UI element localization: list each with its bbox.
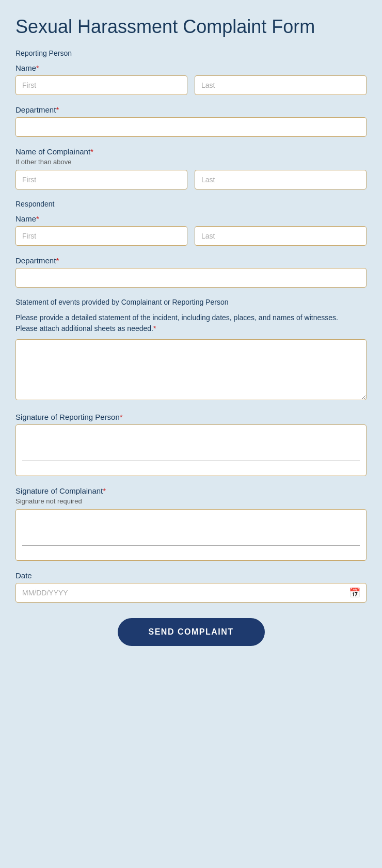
respondent-dept-required-star: * [56, 256, 59, 265]
reporting-person-section-label: Reporting Person [15, 49, 367, 57]
respondent-department-input[interactable] [15, 268, 367, 288]
respondent-last-name-input[interactable] [195, 226, 367, 246]
complainant-name-row [15, 170, 367, 190]
signature-not-required-label: Signature not required [15, 497, 367, 505]
respondent-name-group: Name* [15, 214, 367, 246]
complainant-first-name-input[interactable] [15, 170, 187, 190]
respondent-department-label: Department* [15, 256, 367, 265]
date-label: Date [15, 571, 367, 580]
signature-reporting-line [22, 461, 360, 461]
complainant-name-group: Name of Complainant* If other than above [15, 147, 367, 190]
respondent-department-group: Department* [15, 256, 367, 288]
date-wrapper: 📅 [15, 583, 367, 603]
reporting-department-input[interactable] [15, 117, 367, 137]
page-title: Sexual Harassment Complaint Form [15, 15, 367, 38]
name-required-star: * [36, 64, 39, 72]
reporting-department-group: Department* [15, 105, 367, 137]
statement-textarea[interactable] [15, 339, 367, 400]
name-row [15, 75, 367, 95]
respondent-name-row [15, 226, 367, 246]
statement-required-star: * [153, 324, 156, 333]
sig-reporting-required-star: * [120, 413, 123, 421]
date-group: Date 📅 [15, 571, 367, 603]
signature-reporting-label: Signature of Reporting Person* [15, 413, 367, 421]
statement-section-label: Statement of events provided by Complain… [15, 298, 367, 306]
name-label: Name* [15, 64, 367, 72]
signature-complainant-group: Signature of Complainant* Signature not … [15, 486, 367, 561]
complainant-last-name-input[interactable] [195, 170, 367, 190]
respondent-name-label: Name* [15, 214, 367, 223]
complainant-sub-label: If other than above [15, 158, 367, 166]
respondent-section-label: Respondent [15, 200, 367, 208]
reporting-name-group: Name* [15, 64, 367, 95]
department-label: Department* [15, 105, 367, 114]
statement-group: Please provide a detailed statement of t… [15, 312, 367, 402]
date-input[interactable] [15, 583, 367, 603]
signature-reporting-box[interactable] [15, 424, 367, 476]
signature-reporting-group: Signature of Reporting Person* [15, 413, 367, 476]
dept-required-star: * [56, 105, 59, 114]
complainant-name-label: Name of Complainant* [15, 147, 367, 156]
reporting-last-name-input[interactable] [195, 75, 367, 95]
complainant-required-star: * [90, 147, 93, 156]
statement-description: Please provide a detailed statement of t… [15, 312, 367, 334]
signature-complainant-box[interactable] [15, 509, 367, 561]
sig-complainant-required-star: * [103, 486, 106, 495]
respondent-name-required-star: * [36, 214, 39, 223]
send-complaint-button[interactable]: SEND COMPLAINT [118, 618, 265, 646]
signature-complainant-label: Signature of Complainant* [15, 486, 367, 495]
reporting-first-name-input[interactable] [15, 75, 187, 95]
signature-complainant-line [22, 545, 360, 546]
respondent-first-name-input[interactable] [15, 226, 187, 246]
